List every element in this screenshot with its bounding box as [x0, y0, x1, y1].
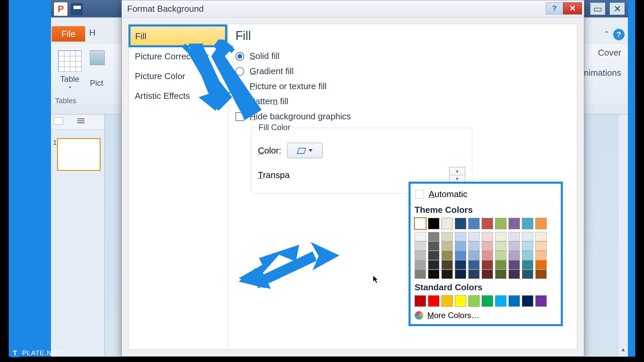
transparency-spinner[interactable]: ▲ ▼ [449, 167, 465, 183]
vertical-scrollbar[interactable]: ▲ [618, 115, 628, 356]
color-dropdown-button[interactable] [287, 143, 323, 158]
theme-tint-swatch[interactable] [441, 241, 453, 251]
option-hide-graphics[interactable]: Hide background graphics [235, 111, 570, 122]
theme-tint-swatch[interactable] [415, 241, 426, 251]
standard-color-swatch[interactable] [468, 295, 480, 307]
theme-tint-swatch[interactable] [415, 251, 426, 260]
theme-tint-swatch[interactable] [535, 269, 547, 279]
save-icon[interactable] [71, 3, 83, 15]
theme-tint-swatch[interactable] [508, 260, 520, 269]
theme-tint-swatch[interactable] [482, 260, 493, 269]
theme-color-swatch[interactable] [455, 218, 466, 229]
theme-tint-swatch[interactable] [522, 260, 533, 269]
window-close-icon[interactable]: ✕ [610, 3, 625, 15]
theme-tint-swatch[interactable] [535, 251, 547, 260]
theme-color-swatch[interactable] [508, 218, 520, 229]
more-colors[interactable]: More Colors… [415, 311, 557, 320]
theme-tint-swatch[interactable] [495, 269, 506, 279]
sidebar-item-fill[interactable]: Fill [129, 26, 228, 47]
scroll-up-icon[interactable]: ▲ [620, 346, 627, 353]
theme-tint-swatch[interactable] [415, 232, 426, 241]
theme-tint-swatch[interactable] [428, 241, 439, 251]
theme-tint-swatch[interactable] [441, 251, 453, 260]
theme-tint-swatch[interactable] [415, 269, 426, 279]
option-solid-fill[interactable]: Solid fill [235, 51, 570, 61]
theme-tint-swatch[interactable] [428, 232, 439, 241]
theme-tint-swatch[interactable] [482, 232, 493, 241]
standard-color-swatch[interactable] [522, 295, 533, 307]
theme-tint-swatch[interactable] [535, 260, 547, 269]
standard-color-swatch[interactable] [441, 295, 453, 307]
standard-color-swatch[interactable] [415, 295, 426, 307]
theme-tint-swatch[interactable] [455, 251, 466, 260]
theme-tint-swatch[interactable] [441, 232, 453, 241]
theme-tint-swatch[interactable] [428, 269, 439, 279]
theme-tint-swatch[interactable] [415, 260, 426, 269]
theme-color-swatch[interactable] [482, 218, 493, 229]
insert-table-button[interactable]: Table ▾ [56, 50, 84, 94]
ribbon-tab-partial[interactable]: H [89, 27, 96, 38]
theme-tint-swatch[interactable] [522, 251, 533, 260]
theme-color-swatch[interactable] [535, 218, 547, 229]
theme-tint-swatch[interactable] [508, 251, 520, 260]
theme-tint-swatch[interactable] [468, 251, 480, 260]
standard-color-swatch[interactable] [495, 295, 506, 307]
theme-tint-swatch[interactable] [455, 232, 466, 241]
theme-tint-swatch[interactable] [455, 260, 466, 269]
theme-tint-swatch[interactable] [455, 269, 466, 279]
theme-tint-swatch[interactable] [535, 241, 547, 251]
standard-color-swatch[interactable] [428, 295, 439, 307]
theme-tint-swatch[interactable] [535, 232, 547, 241]
standard-color-swatch[interactable] [535, 295, 547, 307]
theme-tint-swatch[interactable] [428, 260, 439, 269]
theme-color-swatch[interactable] [468, 218, 480, 229]
theme-tint-swatch[interactable] [508, 269, 520, 279]
file-tab[interactable]: File [52, 26, 85, 42]
sidebar-item-artistic-effects[interactable]: Artistic Effects [129, 86, 228, 106]
option-gradient-fill[interactable]: Gradient fill [235, 66, 570, 76]
theme-tint-swatch[interactable] [522, 269, 533, 279]
theme-tint-swatch[interactable] [468, 241, 480, 251]
outline-tab-icon[interactable] [77, 117, 87, 123]
sidebar-item-picture-corrections[interactable]: Picture Corrections [129, 47, 228, 66]
theme-color-swatch[interactable] [428, 218, 439, 229]
theme-tint-swatch[interactable] [482, 241, 493, 251]
ribbon-collapse-icon[interactable]: ⌃ [603, 29, 610, 39]
theme-color-swatch[interactable] [522, 218, 533, 229]
option-picture-fill[interactable]: Picture or texture fill [235, 81, 570, 92]
dialog-close-button[interactable]: ✕ [563, 2, 582, 14]
slides-tab-icon[interactable] [54, 117, 63, 125]
theme-tint-swatch[interactable] [468, 269, 480, 279]
theme-tint-swatch[interactable] [522, 241, 533, 251]
slide-thumbnail-1[interactable] [57, 138, 101, 171]
theme-tint-swatch[interactable] [441, 260, 453, 269]
theme-tint-swatch[interactable] [455, 241, 466, 251]
theme-tint-swatch[interactable] [428, 251, 439, 260]
theme-tint-swatch[interactable] [495, 251, 506, 260]
theme-tint-swatch[interactable] [468, 232, 480, 241]
standard-color-swatch[interactable] [455, 295, 466, 307]
theme-tint-swatch[interactable] [495, 232, 506, 241]
theme-tint-swatch[interactable] [495, 241, 506, 251]
theme-tint-swatch[interactable] [482, 269, 493, 279]
theme-tint-swatch[interactable] [482, 251, 493, 260]
theme-color-swatch[interactable] [415, 218, 426, 229]
insert-picture-button[interactable]: Pict [90, 50, 110, 88]
spinner-up-icon[interactable]: ▲ [449, 167, 465, 175]
theme-tint-swatch[interactable] [522, 232, 533, 241]
ribbon-item-animations[interactable]: Animations [578, 68, 621, 78]
dialog-help-button[interactable]: ? [546, 2, 563, 14]
standard-color-swatch[interactable] [482, 295, 493, 307]
theme-color-swatch[interactable] [441, 218, 453, 229]
theme-tint-swatch[interactable] [468, 260, 480, 269]
color-automatic[interactable]: Automatic [415, 187, 557, 201]
option-pattern-fill[interactable]: Pattern fill [235, 96, 570, 107]
theme-tint-swatch[interactable] [508, 241, 520, 251]
standard-color-swatch[interactable] [508, 295, 520, 307]
help-icon[interactable]: ? [613, 29, 625, 40]
theme-tint-swatch[interactable] [495, 260, 506, 269]
theme-color-swatch[interactable] [495, 218, 506, 229]
window-restore-icon[interactable]: ▭ [590, 3, 605, 15]
ribbon-item-cover[interactable]: Cover [598, 48, 621, 58]
theme-tint-swatch[interactable] [441, 269, 453, 279]
